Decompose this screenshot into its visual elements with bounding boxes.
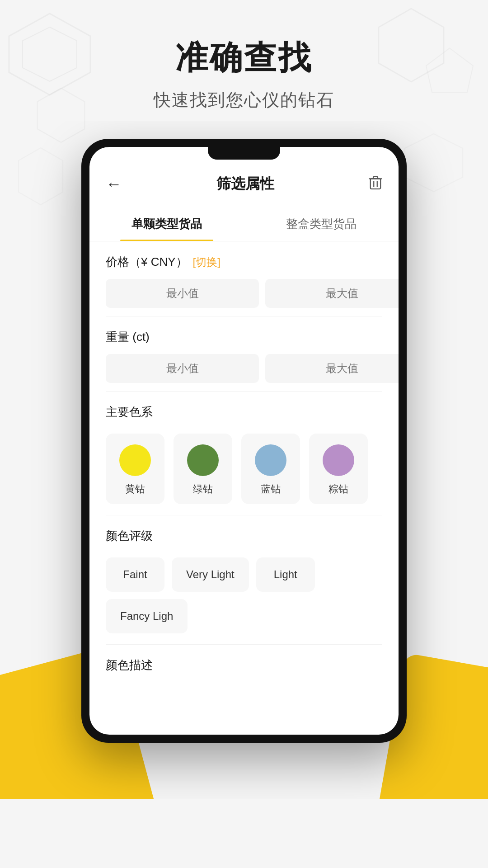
tab-single[interactable]: 单颗类型货品 xyxy=(89,205,244,241)
tabs-container: 单颗类型货品 整盒类型货品 xyxy=(89,205,399,241)
color-section-title: 主要色系 xyxy=(106,404,382,420)
grade-section: 颜色评级 Faint Very Light Light xyxy=(89,515,399,644)
weight-max-input[interactable] xyxy=(265,354,399,383)
color-section: 主要色系 黄钻 绿钻 xyxy=(89,392,399,515)
phone-frame: ← 筛选属性 xyxy=(81,139,407,743)
grade-item-light[interactable]: Light xyxy=(256,557,315,592)
price-input-row: 范围 ▼ xyxy=(106,278,382,309)
phone-notch xyxy=(208,147,280,160)
weight-section: 重量 (ct) 范围 ▼ xyxy=(89,316,399,391)
color-item-blue[interactable]: 蓝钻 xyxy=(241,434,300,504)
delete-button[interactable] xyxy=(369,175,382,193)
grade-grid: Faint Very Light Light Fancy Ligh xyxy=(106,552,382,637)
price-section: 价格（¥ CNY） [切换] 范围 ▼ xyxy=(89,241,399,316)
purple-diamond-label: 粽钻 xyxy=(328,482,348,496)
currency-switch[interactable]: [切换] xyxy=(193,255,221,269)
weight-section-title: 重量 (ct) xyxy=(106,329,382,345)
back-button[interactable]: ← xyxy=(106,175,122,193)
weight-input-row: 范围 ▼ xyxy=(106,353,382,384)
hero-section: 准确查找 快速找到您心仪的钻石 xyxy=(0,0,488,130)
color-item-yellow[interactable]: 黄钻 xyxy=(106,434,164,504)
hero-title: 准确查找 xyxy=(18,36,470,80)
app-content: ← 筛选属性 xyxy=(89,147,399,680)
color-item-purple[interactable]: 粽钻 xyxy=(309,434,368,504)
yellow-diamond-label: 黄钻 xyxy=(125,482,145,496)
green-diamond-label: 绿钻 xyxy=(193,482,213,496)
color-item-green[interactable]: 绿钻 xyxy=(174,434,232,504)
green-diamond-circle xyxy=(187,444,219,476)
blue-diamond-circle xyxy=(255,444,286,476)
grade-section-title: 颜色评级 xyxy=(106,528,382,544)
phone-mockup: ← 筛选属性 xyxy=(0,139,488,743)
phone-screen: ← 筛选属性 xyxy=(89,147,399,735)
color-grid: 黄钻 绿钻 蓝钻 粽钻 xyxy=(106,428,382,508)
grade-item-faint[interactable]: Faint xyxy=(106,557,164,592)
price-min-input[interactable] xyxy=(106,279,259,308)
price-max-input[interactable] xyxy=(265,279,399,308)
blue-diamond-label: 蓝钻 xyxy=(261,482,281,496)
grade-item-very-light[interactable]: Very Light xyxy=(172,557,249,592)
weight-min-input[interactable] xyxy=(106,354,259,383)
tab-box[interactable]: 整盒类型货品 xyxy=(244,205,399,241)
svg-rect-7 xyxy=(371,179,381,189)
price-section-title: 价格（¥ CNY） [切换] xyxy=(106,254,382,270)
purple-diamond-circle xyxy=(323,444,354,476)
hero-subtitle: 快速找到您心仪的钻石 xyxy=(18,89,470,112)
nav-title: 筛选属性 xyxy=(216,174,274,194)
description-section-title: 颜色描述 xyxy=(89,645,399,680)
grade-item-fancy-light[interactable]: Fancy Ligh xyxy=(106,599,188,633)
yellow-diamond-circle xyxy=(119,444,151,476)
